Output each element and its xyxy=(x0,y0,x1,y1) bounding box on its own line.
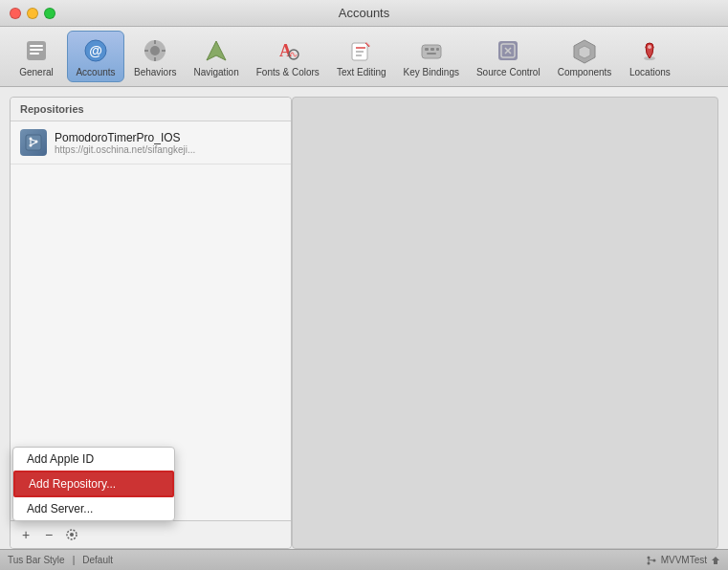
svg-text:@: @ xyxy=(89,43,102,58)
fonts-colors-label: Fonts & Colors xyxy=(256,67,320,77)
accounts-icon: @ xyxy=(80,35,111,66)
toolbar-item-general[interactable]: General xyxy=(8,32,65,81)
svg-marker-47 xyxy=(712,557,719,564)
repo-item[interactable]: PomodoroTimerPro_IOS https://git.oschina… xyxy=(11,121,291,164)
repositories-header: Repositories xyxy=(11,98,291,121)
repo-url: https://git.oschina.net/sifangkeji... xyxy=(55,144,195,155)
svg-point-33 xyxy=(648,45,651,49)
svg-marker-12 xyxy=(207,41,226,60)
add-button[interactable]: + xyxy=(16,525,35,544)
left-panel-bottom: Add Apple ID Add Repository... Add Serve… xyxy=(11,520,291,548)
window-controls xyxy=(10,8,55,19)
svg-rect-3 xyxy=(30,53,39,55)
toolbar-item-behaviors[interactable]: Behaviors xyxy=(126,32,184,81)
menu-item-add-apple-id[interactable]: Add Apple ID xyxy=(13,448,174,471)
status-controls: MVVMTest xyxy=(646,555,720,566)
svg-rect-23 xyxy=(436,48,439,51)
repo-info: PomodoroTimerPro_IOS https://git.oschina… xyxy=(55,131,195,155)
svg-rect-22 xyxy=(430,48,434,51)
locations-icon xyxy=(634,35,665,66)
components-label: Components xyxy=(558,67,612,77)
general-label: General xyxy=(19,67,54,77)
toolbar-item-accounts[interactable]: @ Accounts xyxy=(67,31,124,82)
status-divider-1: | xyxy=(73,555,76,565)
toolbar-item-key-bindings[interactable]: Key Bindings xyxy=(396,32,467,81)
remove-button[interactable]: − xyxy=(39,525,58,544)
key-bindings-label: Key Bindings xyxy=(404,67,459,77)
minimize-button[interactable] xyxy=(27,8,38,19)
svg-rect-21 xyxy=(425,48,429,51)
titlebar: Accounts xyxy=(0,0,728,27)
source-control-icon xyxy=(493,35,523,66)
locations-label: Locations xyxy=(629,67,671,77)
navigation-icon xyxy=(201,35,232,66)
svg-rect-20 xyxy=(422,45,441,58)
components-icon xyxy=(569,35,600,66)
dropdown-value: Default xyxy=(82,555,113,565)
svg-marker-30 xyxy=(579,46,590,58)
upload-icon xyxy=(711,556,720,565)
accounts-label: Accounts xyxy=(76,67,115,77)
left-panel: Repositories PomodoroTimerPro_IOS xyxy=(10,97,292,549)
close-button[interactable] xyxy=(10,8,21,19)
fonts-colors-icon: A xyxy=(273,35,303,66)
right-panel xyxy=(292,97,718,549)
svg-rect-1 xyxy=(30,45,43,47)
branch-icon xyxy=(646,555,657,566)
svg-point-43 xyxy=(647,556,650,559)
menu-item-add-server[interactable]: Add Server... xyxy=(13,497,174,520)
navigation-label: Navigation xyxy=(193,67,238,77)
repo-icon xyxy=(20,129,47,156)
toolbar-item-source-control[interactable]: Source Control xyxy=(469,32,548,81)
controls-label: Tus Bar Style xyxy=(8,555,65,565)
branch-name[interactable]: MVVMTest xyxy=(661,555,707,565)
repo-name: PomodoroTimerPro_IOS xyxy=(55,131,195,144)
svg-point-41 xyxy=(70,533,74,537)
main-content: Repositories PomodoroTimerPro_IOS xyxy=(0,87,728,549)
maximize-button[interactable] xyxy=(44,8,55,19)
toolbar-item-fonts-colors[interactable]: A Fonts & Colors xyxy=(249,32,327,81)
toolbar: General @ Accounts Behaviors xyxy=(0,27,728,87)
toolbar-item-navigation[interactable]: Navigation xyxy=(186,32,246,81)
svg-rect-34 xyxy=(26,135,41,150)
svg-point-7 xyxy=(150,46,160,55)
general-icon xyxy=(21,35,52,66)
svg-rect-2 xyxy=(30,49,43,51)
svg-point-44 xyxy=(647,561,650,564)
text-editing-icon xyxy=(346,35,377,66)
key-bindings-icon xyxy=(416,35,447,66)
gear-button[interactable] xyxy=(62,525,81,544)
status-bar: Tus Bar Style | Default MVVMTest xyxy=(0,549,728,570)
toolbar-item-components[interactable]: Components xyxy=(550,32,620,81)
text-editing-label: Text Editing xyxy=(337,67,386,77)
dropdown-menu: Add Apple ID Add Repository... Add Serve… xyxy=(12,447,175,521)
window-title: Accounts xyxy=(339,6,389,20)
behaviors-icon xyxy=(140,35,170,66)
svg-rect-24 xyxy=(427,53,436,55)
source-control-label: Source Control xyxy=(476,67,540,77)
toolbar-item-text-editing[interactable]: Text Editing xyxy=(329,32,394,81)
menu-item-add-repository[interactable]: Add Repository... xyxy=(13,471,174,497)
behaviors-label: Behaviors xyxy=(134,67,176,77)
toolbar-item-locations[interactable]: Locations xyxy=(621,32,678,81)
